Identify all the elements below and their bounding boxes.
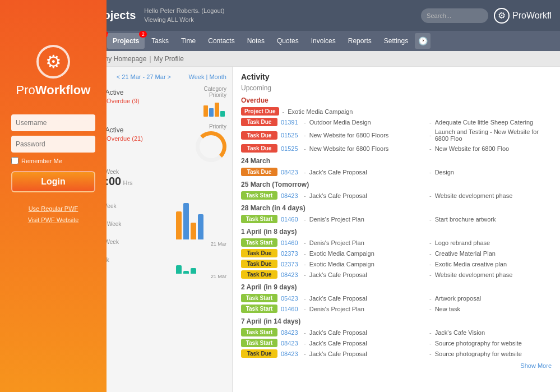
overdue-item: Task Due 01391 - Outdoor Media Design -A…: [241, 118, 552, 126]
section-date: 2 April (in 9 days): [241, 283, 552, 291]
badge-pill: Task Due: [241, 131, 277, 140]
quotes-nav-button[interactable]: Quotes: [271, 33, 304, 49]
activity-task: New Website for 6800 Floo: [435, 145, 552, 152]
item-project[interactable]: Exotic Media Campaign: [309, 261, 426, 268]
visit-website-link[interactable]: Visit PWF Website: [28, 216, 79, 223]
item-badge: Task Start: [241, 238, 277, 247]
chart-date-label2: 21 Mar: [176, 274, 226, 279]
overdue-section-label: Overdue: [241, 96, 552, 104]
item-id: 01460: [281, 306, 300, 312]
settings-nav-button[interactable]: Settings: [378, 33, 414, 49]
overdue-item: Task Due 01525 - New Website for 6800 Fl…: [241, 128, 552, 142]
donut-chart: Priority: [196, 123, 226, 162]
projects-count-badge: 2: [139, 31, 147, 38]
item-task: New task: [435, 306, 552, 312]
time-nav-button[interactable]: Time: [175, 33, 201, 49]
password-input[interactable]: [11, 136, 95, 153]
user-info: Hello Peter Roberts. (Logout) Viewing AL…: [144, 7, 224, 24]
item-project[interactable]: Jack's Cafe Proposal: [309, 351, 426, 357]
item-project[interactable]: Denis's Project Plan: [309, 239, 426, 246]
remember-checkbox[interactable]: [11, 157, 18, 164]
item-project[interactable]: Jack's Cafe Proposal: [309, 192, 426, 199]
invoices-nav-button[interactable]: Invoices: [306, 33, 341, 49]
activity-item: Task Due 08423 - Jack's Cafe Proposal - …: [241, 349, 552, 358]
brand-text: ProWorkfl: [512, 11, 552, 21]
activity-project[interactable]: New Website for 6800 Floors: [309, 145, 426, 152]
top-bar-right: ⚙ ProWorkfl: [421, 8, 552, 24]
item-task: Artwork proposal: [435, 295, 552, 302]
breadcrumb-profile[interactable]: My Profile: [154, 55, 184, 63]
item-id: 08423: [281, 192, 300, 199]
item-id: 02373: [281, 261, 300, 268]
activity-item: Task Start 08423 - Jack's Cafe Proposal …: [241, 191, 552, 200]
item-task: Website development phase: [435, 271, 552, 278]
activity-task: Launch and Testing - New Website for 680…: [435, 128, 552, 142]
item-task: Design: [435, 169, 552, 176]
activity-item: Task Due 08423 - Jack's Cafe Proposal - …: [241, 168, 552, 176]
item-project[interactable]: Jack's Cafe Proposal: [309, 271, 426, 278]
activity-item: Task Start 08423 - Jack's Cafe Proposal …: [241, 339, 552, 347]
breadcrumb-separator: |: [149, 55, 151, 63]
overdue-item: Task Due 01525 - New Website for 6800 Fl…: [241, 144, 552, 153]
item-id: 01460: [281, 216, 300, 223]
item-badge: Task Start: [241, 305, 277, 313]
item-project[interactable]: Jack's Cafe Proposal: [309, 329, 426, 336]
item-project[interactable]: Denis's Project Plan: [309, 216, 426, 223]
regular-pwf-link[interactable]: Use Regular PWF: [29, 205, 78, 212]
clock-nav-button[interactable]: 🕐: [415, 33, 431, 49]
this-week-label: This Week: [92, 169, 226, 175]
overdue-item: Project Due - Exotic Media Campaign: [241, 107, 552, 116]
contacts-nav-button[interactable]: Contacts: [202, 33, 240, 49]
activity-project[interactable]: Outdoor Media Design: [309, 119, 426, 126]
reports-nav-button[interactable]: Reports: [343, 33, 377, 49]
item-task: Creative Material Plan: [435, 250, 552, 257]
user-greeting: Hello Peter Roberts. (Logout): [144, 7, 224, 15]
date-range[interactable]: < 21 Mar - 27 Mar >: [117, 73, 171, 80]
date-nav: < 21 Mar - 27 Mar >: [117, 73, 171, 80]
tasks-nav-button[interactable]: Tasks: [146, 33, 174, 49]
badge-pill: Task Due: [241, 118, 277, 126]
section-date: 25 March (Tomorrow): [241, 181, 552, 188]
item-project[interactable]: Denis's Project Plan: [309, 306, 426, 312]
brand-name: ProWorkflow: [16, 83, 91, 98]
activity-id: 01525: [281, 145, 300, 152]
item-badge: Task Start: [241, 191, 277, 200]
overdue-items-list: Project Due - Exotic Media Campaign Task…: [241, 107, 552, 153]
item-id: 08423: [281, 329, 300, 336]
badge-pill: Task Due: [241, 144, 277, 153]
chart-date-label: 21 Mar: [176, 241, 226, 247]
activity-item: Task Start 01460 - Denis's Project Plan …: [241, 215, 552, 223]
viewing-label: Viewing ALL Work: [144, 16, 224, 24]
item-project[interactable]: Jack's Cafe Proposal: [309, 340, 426, 347]
item-project[interactable]: Exotic Media Campaign: [309, 250, 426, 257]
item-project[interactable]: Jack's Cafe Proposal: [309, 169, 426, 176]
activity-item: Task Start 01460 - Denis's Project Plan …: [241, 238, 552, 247]
activity-project[interactable]: Exotic Media Campaign: [288, 108, 552, 115]
week-month-nav: Week | Month: [189, 73, 226, 80]
notes-nav-button[interactable]: Notes: [242, 33, 270, 49]
section-date: 7 April (in 14 days): [241, 317, 552, 325]
item-task: Jack's Cafe Vision: [435, 329, 552, 336]
overdue-tasks-label: 26% Overdue (21): [92, 135, 190, 142]
active-projects-content: 43 Active 21% Overdue (9): [92, 86, 198, 104]
top-bar: My Projects Hello Peter Roberts. (Logout…: [64, 0, 560, 31]
item-id: 08423: [281, 340, 300, 347]
username-input[interactable]: [11, 114, 95, 131]
item-project[interactable]: Jack's Cafe Proposal: [309, 295, 426, 302]
activity-item: Task Due 02373 - Exotic Media Campaign -…: [241, 249, 552, 257]
week-link[interactable]: Week: [189, 73, 205, 80]
activity-item: Task Due 08423 - Jack's Cafe Proposal - …: [241, 270, 552, 279]
content-area: Summary < 21 Mar - 27 Mar > Week | Month…: [64, 67, 560, 392]
section-date: 24 March: [241, 157, 552, 165]
item-task: Logo rebrand phase: [435, 239, 552, 246]
activity-project[interactable]: New Website for 6800 Floors: [309, 132, 426, 139]
show-more-link[interactable]: Show More: [241, 362, 552, 369]
activity-panel: Activity Upcoming Overdue Project Due - …: [233, 67, 560, 392]
activity-task: Adequate Cute little Sheep Catering: [435, 119, 552, 126]
month-link[interactable]: Month: [209, 73, 226, 80]
item-badge: Task Due: [241, 349, 277, 358]
item-id: 05423: [281, 295, 300, 302]
search-input[interactable]: [421, 8, 488, 23]
badge-pill: Project Due: [241, 107, 279, 116]
login-button[interactable]: Login: [11, 171, 95, 192]
